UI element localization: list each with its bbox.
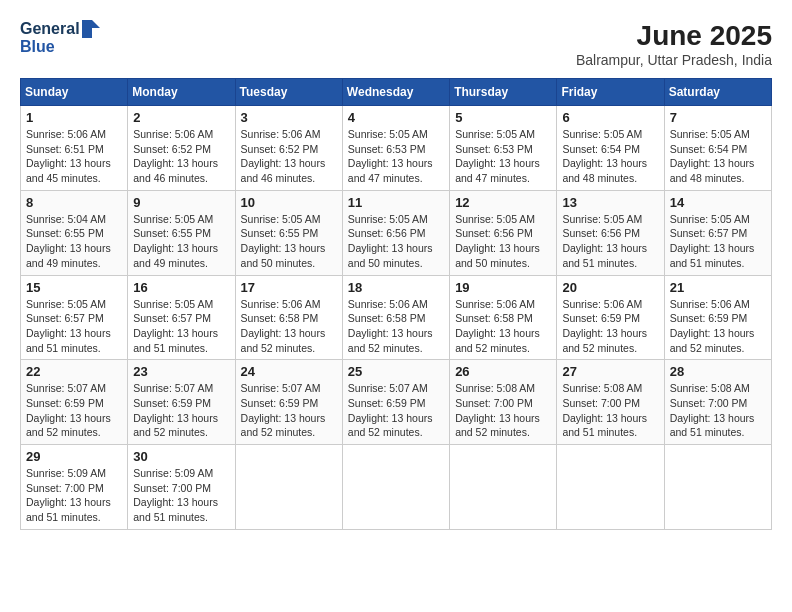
day-number: 1 — [26, 110, 122, 125]
day-info-line: Sunrise: 5:05 AM — [133, 213, 213, 225]
day-info-line: and 50 minutes. — [348, 257, 423, 269]
day-info-line: Daylight: 13 hours — [670, 327, 755, 339]
day-info-line: Daylight: 13 hours — [241, 327, 326, 339]
day-info-line: Sunset: 6:57 PM — [670, 227, 748, 239]
day-info-line: Sunrise: 5:05 AM — [455, 128, 535, 140]
day-info-line: and 51 minutes. — [562, 426, 637, 438]
day-info-line: and 52 minutes. — [348, 342, 423, 354]
title-block: June 2025 Balrampur, Uttar Pradesh, Indi… — [576, 20, 772, 68]
day-info: Sunrise: 5:05 AMSunset: 6:53 PMDaylight:… — [455, 127, 551, 186]
day-info-line: Sunrise: 5:05 AM — [241, 213, 321, 225]
calendar-table: SundayMondayTuesdayWednesdayThursdayFrid… — [20, 78, 772, 530]
calendar-cell: 6Sunrise: 5:05 AMSunset: 6:54 PMDaylight… — [557, 106, 664, 191]
day-info-line: Sunset: 6:59 PM — [241, 397, 319, 409]
day-info-line: Sunset: 6:58 PM — [348, 312, 426, 324]
day-info: Sunrise: 5:05 AMSunset: 6:57 PMDaylight:… — [670, 212, 766, 271]
day-info: Sunrise: 5:05 AMSunset: 6:57 PMDaylight:… — [133, 297, 229, 356]
day-info: Sunrise: 5:09 AMSunset: 7:00 PMDaylight:… — [26, 466, 122, 525]
day-info-line: and 52 minutes. — [562, 342, 637, 354]
day-info: Sunrise: 5:05 AMSunset: 6:54 PMDaylight:… — [670, 127, 766, 186]
day-info-line: and 50 minutes. — [455, 257, 530, 269]
day-info-line: Sunrise: 5:08 AM — [670, 382, 750, 394]
day-info-line: Sunrise: 5:06 AM — [241, 128, 321, 140]
day-number: 15 — [26, 280, 122, 295]
weekday-header: Friday — [557, 79, 664, 106]
day-info-line: Sunrise: 5:05 AM — [26, 298, 106, 310]
day-info-line: Sunrise: 5:07 AM — [241, 382, 321, 394]
day-info-line: Sunset: 6:55 PM — [133, 227, 211, 239]
day-info-line: and 49 minutes. — [133, 257, 208, 269]
day-info-line: Sunset: 6:56 PM — [455, 227, 533, 239]
day-info-line: Sunrise: 5:07 AM — [133, 382, 213, 394]
logo-general: General — [20, 20, 80, 38]
calendar-cell: 4Sunrise: 5:05 AMSunset: 6:53 PMDaylight… — [342, 106, 449, 191]
day-info-line: Daylight: 13 hours — [26, 157, 111, 169]
day-info-line: Daylight: 13 hours — [562, 157, 647, 169]
day-info-line: and 52 minutes. — [241, 426, 316, 438]
day-info-line: and 46 minutes. — [133, 172, 208, 184]
day-number: 13 — [562, 195, 658, 210]
day-info-line: Sunset: 7:00 PM — [26, 482, 104, 494]
day-info-line: Sunset: 6:52 PM — [241, 143, 319, 155]
month-title: June 2025 — [576, 20, 772, 52]
day-info-line: Sunset: 6:59 PM — [26, 397, 104, 409]
day-number: 30 — [133, 449, 229, 464]
day-info-line: Sunset: 6:54 PM — [670, 143, 748, 155]
day-number: 5 — [455, 110, 551, 125]
day-info-line: Daylight: 13 hours — [26, 242, 111, 254]
weekday-header: Thursday — [450, 79, 557, 106]
calendar-cell: 7Sunrise: 5:05 AMSunset: 6:54 PMDaylight… — [664, 106, 771, 191]
day-info-line: and 51 minutes. — [670, 426, 745, 438]
day-number: 17 — [241, 280, 337, 295]
day-info-line: Sunset: 6:53 PM — [348, 143, 426, 155]
day-info: Sunrise: 5:08 AMSunset: 7:00 PMDaylight:… — [670, 381, 766, 440]
day-info-line: and 51 minutes. — [133, 511, 208, 523]
day-info: Sunrise: 5:06 AMSunset: 6:52 PMDaylight:… — [133, 127, 229, 186]
day-info-line: and 48 minutes. — [562, 172, 637, 184]
day-number: 22 — [26, 364, 122, 379]
day-info-line: Sunrise: 5:09 AM — [133, 467, 213, 479]
header-row: SundayMondayTuesdayWednesdayThursdayFrid… — [21, 79, 772, 106]
calendar-cell: 24Sunrise: 5:07 AMSunset: 6:59 PMDayligh… — [235, 360, 342, 445]
day-info-line: Sunrise: 5:05 AM — [562, 128, 642, 140]
calendar-cell: 25Sunrise: 5:07 AMSunset: 6:59 PMDayligh… — [342, 360, 449, 445]
day-info-line: Daylight: 13 hours — [670, 412, 755, 424]
day-info-line: and 47 minutes. — [455, 172, 530, 184]
subtitle: Balrampur, Uttar Pradesh, India — [576, 52, 772, 68]
day-info-line: and 52 minutes. — [241, 342, 316, 354]
day-info-line: Daylight: 13 hours — [133, 412, 218, 424]
day-info-line: and 51 minutes. — [562, 257, 637, 269]
day-info: Sunrise: 5:07 AMSunset: 6:59 PMDaylight:… — [26, 381, 122, 440]
day-info-line: Daylight: 13 hours — [670, 242, 755, 254]
day-info-line: Sunrise: 5:07 AM — [26, 382, 106, 394]
day-info-line: Sunset: 6:57 PM — [26, 312, 104, 324]
day-info-line: and 50 minutes. — [241, 257, 316, 269]
day-info-line: Daylight: 13 hours — [455, 412, 540, 424]
day-info: Sunrise: 5:05 AMSunset: 6:53 PMDaylight:… — [348, 127, 444, 186]
calendar-cell — [342, 445, 449, 530]
day-number: 25 — [348, 364, 444, 379]
day-info-line: Sunrise: 5:05 AM — [670, 213, 750, 225]
logo-icon — [82, 20, 100, 38]
day-info-line: and 46 minutes. — [241, 172, 316, 184]
day-info-line: Sunrise: 5:09 AM — [26, 467, 106, 479]
day-info: Sunrise: 5:05 AMSunset: 6:54 PMDaylight:… — [562, 127, 658, 186]
day-info: Sunrise: 5:04 AMSunset: 6:55 PMDaylight:… — [26, 212, 122, 271]
day-info-line: Daylight: 13 hours — [348, 412, 433, 424]
day-info-line: Daylight: 13 hours — [26, 327, 111, 339]
calendar-cell: 18Sunrise: 5:06 AMSunset: 6:58 PMDayligh… — [342, 275, 449, 360]
day-info-line: Sunrise: 5:05 AM — [348, 128, 428, 140]
day-number: 7 — [670, 110, 766, 125]
day-info: Sunrise: 5:09 AMSunset: 7:00 PMDaylight:… — [133, 466, 229, 525]
calendar-cell — [450, 445, 557, 530]
day-info-line: and 52 minutes. — [455, 426, 530, 438]
weekday-header: Wednesday — [342, 79, 449, 106]
day-info-line: Daylight: 13 hours — [133, 157, 218, 169]
day-info: Sunrise: 5:06 AMSunset: 6:58 PMDaylight:… — [241, 297, 337, 356]
calendar-cell: 27Sunrise: 5:08 AMSunset: 7:00 PMDayligh… — [557, 360, 664, 445]
day-info-line: Sunset: 7:00 PM — [455, 397, 533, 409]
calendar-cell: 21Sunrise: 5:06 AMSunset: 6:59 PMDayligh… — [664, 275, 771, 360]
day-number: 20 — [562, 280, 658, 295]
day-info: Sunrise: 5:05 AMSunset: 6:57 PMDaylight:… — [26, 297, 122, 356]
day-info-line: Sunrise: 5:06 AM — [455, 298, 535, 310]
